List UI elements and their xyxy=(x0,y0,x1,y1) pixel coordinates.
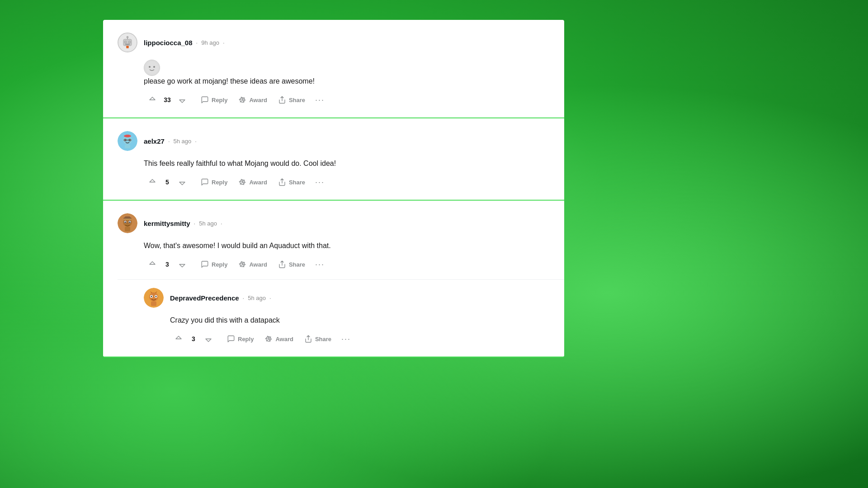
username: lippociocca_08 xyxy=(144,39,193,47)
vote-section: 33 xyxy=(144,93,191,107)
share-button-3[interactable]: Share xyxy=(274,258,310,271)
upvote-button-2[interactable] xyxy=(144,175,161,189)
award-button[interactable]: Award xyxy=(234,93,272,107)
comment-header-3: kermittysmitty · 5h ago · xyxy=(118,213,550,233)
svg-point-9 xyxy=(127,36,128,38)
upvote-icon xyxy=(148,96,156,104)
share-icon-3 xyxy=(278,260,286,268)
svg-point-32 xyxy=(125,221,126,223)
timestamp-3: 5h ago xyxy=(199,220,217,227)
svg-point-5 xyxy=(129,42,130,42)
comment-header-2: aelx27 · 5h ago · xyxy=(118,131,550,151)
svg-rect-17 xyxy=(126,135,129,137)
comment-meta-3: kermittysmitty · 5h ago · xyxy=(144,220,222,227)
downvote-icon xyxy=(178,96,186,104)
reply-button[interactable]: Reply xyxy=(196,93,232,107)
downvote-icon-4 xyxy=(204,335,212,343)
reply-icon-4 xyxy=(227,335,235,343)
comments-container: lippociocca_08 · 9h ago · please go work… xyxy=(103,20,564,357)
inline-avatar xyxy=(144,60,160,76)
svg-rect-43 xyxy=(151,301,156,306)
svg-point-4 xyxy=(125,42,126,42)
avatar-3 xyxy=(118,213,137,233)
more-options-button-2[interactable]: ··· xyxy=(311,175,328,189)
svg-rect-7 xyxy=(126,46,128,48)
share-button-2[interactable]: Share xyxy=(274,175,310,189)
avatar xyxy=(118,33,137,52)
svg-point-42 xyxy=(156,296,157,297)
more-options-button-3[interactable]: ··· xyxy=(311,258,328,271)
more-options-button-4[interactable]: ··· xyxy=(338,332,354,346)
vote-count: 33 xyxy=(164,96,171,103)
comment-body-4: Crazy you did this with a datapack xyxy=(170,315,550,326)
vote-section-2: 5 xyxy=(144,175,191,189)
meta-dot-5: · xyxy=(194,220,196,227)
share-icon-4 xyxy=(304,335,312,343)
downvote-button[interactable] xyxy=(174,93,191,107)
meta-dot-2: · xyxy=(223,39,225,46)
meta-dot-3: · xyxy=(168,138,170,145)
svg-point-33 xyxy=(129,221,131,223)
share-button-4[interactable]: Share xyxy=(300,332,336,346)
upvote-button[interactable] xyxy=(144,93,161,107)
meta-dot: · xyxy=(196,39,198,46)
svg-point-21 xyxy=(129,140,131,141)
svg-point-11 xyxy=(149,66,151,68)
vote-section-4: 3 xyxy=(170,332,217,346)
downvote-button-3[interactable] xyxy=(174,258,191,271)
award-button-4[interactable]: Award xyxy=(260,332,298,346)
timestamp-4: 5h ago xyxy=(248,295,266,301)
timestamp: 9h ago xyxy=(201,39,219,46)
comment-meta-2: aelx27 · 5h ago · xyxy=(144,137,197,145)
comment-separator xyxy=(118,279,564,280)
comment-body: please go work at mojang! these ideas ar… xyxy=(144,76,550,87)
username-4: DepravedPrecedence xyxy=(170,294,239,302)
award-icon xyxy=(238,96,246,104)
meta-dot-4: · xyxy=(195,138,197,145)
downvote-button-4[interactable] xyxy=(200,332,217,346)
comment-actions-2: 5 Reply Award xyxy=(144,175,550,189)
downvote-icon-2 xyxy=(178,178,186,186)
comment-meta: lippociocca_08 · 9h ago · xyxy=(144,39,225,47)
meta-dot-7: · xyxy=(243,295,245,301)
meta-dot-8: · xyxy=(269,295,271,301)
comment-body-3: Wow, that's awesome! I would build an Aq… xyxy=(144,240,550,251)
award-button-3[interactable]: Award xyxy=(234,258,272,271)
vote-count-2: 5 xyxy=(164,178,171,186)
svg-point-20 xyxy=(125,140,126,141)
comment-header-4: DepravedPrecedence · 5h ago · xyxy=(144,288,550,308)
more-options-button[interactable]: ··· xyxy=(311,93,328,107)
svg-point-12 xyxy=(153,66,155,68)
downvote-icon-3 xyxy=(178,260,186,268)
timestamp-2: 5h ago xyxy=(174,138,192,145)
svg-point-41 xyxy=(151,296,152,297)
comment-card: lippociocca_08 · 9h ago · please go work… xyxy=(103,20,564,118)
share-icon xyxy=(278,96,286,104)
meta-dot-6: · xyxy=(221,220,222,227)
svg-point-34 xyxy=(127,223,128,225)
upvote-button-3[interactable] xyxy=(144,258,161,271)
comment-body-2: This feels really faithful to what Mojan… xyxy=(144,158,550,169)
upvote-icon-3 xyxy=(148,260,156,268)
vote-section-3: 3 xyxy=(144,258,191,271)
downvote-button-2[interactable] xyxy=(174,175,191,189)
reply-icon xyxy=(201,96,209,104)
vote-count-3: 3 xyxy=(164,261,171,268)
comment-actions: 33 Reply Award xyxy=(144,93,550,107)
share-button[interactable]: Share xyxy=(274,93,310,107)
reply-button-4[interactable]: Reply xyxy=(222,332,258,346)
award-icon-3 xyxy=(238,260,246,268)
vote-count-4: 3 xyxy=(190,335,197,343)
share-icon-2 xyxy=(278,178,286,186)
comment-card-3: kermittysmitty · 5h ago · Wow, that's aw… xyxy=(103,201,564,357)
avatar-2 xyxy=(118,131,137,151)
upvote-button-4[interactable] xyxy=(170,332,187,346)
reply-button-3[interactable]: Reply xyxy=(196,258,232,271)
award-button-2[interactable]: Award xyxy=(234,175,272,189)
nested-comment: DepravedPrecedence · 5h ago · Crazy you … xyxy=(118,288,550,346)
svg-rect-23 xyxy=(125,145,130,148)
award-icon-4 xyxy=(264,335,273,343)
avatar-4 xyxy=(144,288,164,308)
reply-icon-2 xyxy=(201,178,209,186)
reply-button-2[interactable]: Reply xyxy=(196,175,232,189)
